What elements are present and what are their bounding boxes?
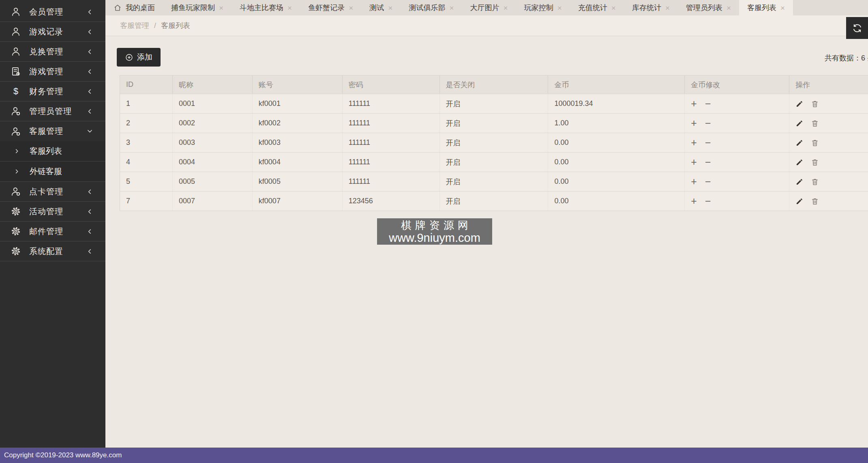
coin-plus-button[interactable]: +: [691, 196, 697, 206]
sidebar-subitem[interactable]: 客服列表: [0, 141, 105, 162]
footer: Copyright ©2019-2023 www.89ye.com: [0, 448, 868, 463]
coin-plus-button[interactable]: +: [691, 138, 697, 148]
admin-user-icon: [11, 186, 21, 197]
cell-password: 123456: [343, 192, 440, 211]
tab[interactable]: 客服列表 ×: [739, 0, 793, 15]
close-icon[interactable]: ×: [219, 4, 223, 12]
sidebar-item[interactable]: 点卡管理: [0, 182, 105, 202]
close-icon[interactable]: ×: [780, 4, 785, 12]
refresh-button[interactable]: [846, 17, 868, 39]
chevron-left-icon: [86, 248, 93, 255]
coin-minus-button[interactable]: −: [705, 157, 711, 167]
coin-minus-button[interactable]: −: [705, 118, 711, 128]
edit-icon[interactable]: [795, 178, 804, 186]
close-icon[interactable]: ×: [449, 4, 454, 12]
close-icon[interactable]: ×: [287, 4, 292, 12]
coin-minus-button[interactable]: −: [705, 138, 711, 148]
cell-id: 2: [120, 114, 173, 133]
cell-status: 开启: [440, 114, 549, 133]
tab[interactable]: 鱼虾蟹记录 ×: [300, 0, 361, 15]
edit-icon[interactable]: [795, 197, 804, 205]
edit-icon[interactable]: [795, 158, 804, 166]
trash-icon[interactable]: [811, 178, 819, 186]
edit-icon[interactable]: [795, 119, 804, 127]
coin-plus-button[interactable]: +: [691, 177, 697, 187]
table-row: 50005kf0005111111开启0.00 + −: [120, 172, 868, 191]
tab[interactable]: 管理员列表 ×: [678, 0, 739, 15]
cell-coin-edit: + −: [685, 133, 789, 152]
column-header: 账号: [253, 75, 343, 94]
sidebar-item[interactable]: 兑换管理: [0, 42, 105, 62]
chevron-right-icon: [14, 148, 20, 154]
close-icon[interactable]: ×: [388, 4, 392, 12]
close-icon[interactable]: ×: [349, 4, 353, 12]
tab-label: 斗地主比赛场: [240, 3, 283, 13]
sidebar-item[interactable]: 会员管理: [0, 2, 105, 22]
sidebar-item[interactable]: 邮件管理: [0, 222, 105, 241]
tab-label: 客服列表: [747, 3, 776, 13]
tab[interactable]: 充值统计 ×: [570, 0, 624, 15]
add-button[interactable]: 添加: [117, 48, 161, 67]
tab[interactable]: 斗地主比赛场 ×: [231, 0, 300, 15]
cell-actions: [789, 172, 868, 191]
sidebar-item[interactable]: 游戏管理: [0, 62, 105, 82]
file-icon: [11, 66, 21, 77]
close-icon[interactable]: ×: [504, 4, 508, 12]
trash-icon[interactable]: [811, 197, 819, 205]
tab-label: 鱼虾蟹记录: [308, 3, 345, 13]
sidebar-item[interactable]: 游戏记录: [0, 22, 105, 42]
tab[interactable]: 捕鱼玩家限制 ×: [163, 0, 231, 15]
tab-label: 大厅图片: [470, 3, 499, 13]
cell-password: 111111: [343, 94, 440, 113]
user-icon: [11, 6, 21, 17]
tab[interactable]: 大厅图片 ×: [462, 0, 516, 15]
coin-minus-button[interactable]: −: [705, 177, 711, 187]
sidebar-subitem[interactable]: 外链客服: [0, 162, 105, 182]
coin-plus-button[interactable]: +: [691, 157, 697, 167]
chevron-left-icon: [86, 188, 93, 195]
sidebar-item[interactable]: $ 财务管理: [0, 82, 105, 101]
chevron-right-icon: [14, 168, 20, 174]
user-icon: [11, 26, 21, 37]
cell-password: 111111: [343, 172, 440, 191]
close-icon[interactable]: ×: [557, 4, 562, 12]
tab-label: 我的桌面: [126, 3, 155, 13]
sidebar-item[interactable]: 管理员管理: [0, 101, 105, 121]
edit-icon[interactable]: [795, 100, 804, 108]
tab[interactable]: 测试俱乐部 ×: [401, 0, 462, 15]
cell-status: 开启: [440, 153, 549, 172]
close-icon[interactable]: ×: [727, 4, 731, 12]
sidebar-item[interactable]: 客服管理: [0, 121, 105, 141]
close-icon[interactable]: ×: [665, 4, 670, 12]
coin-plus-button[interactable]: +: [691, 99, 697, 109]
table-row: 70007kf0007123456开启0.00 + −: [120, 191, 868, 211]
sidebar-item-label: 兑换管理: [29, 46, 63, 57]
edit-icon[interactable]: [795, 139, 804, 147]
column-header: ID: [120, 75, 173, 94]
gear-icon: [11, 226, 21, 237]
sidebar-item[interactable]: 系统配置: [0, 241, 105, 261]
sidebar-item-label: 会员管理: [29, 6, 63, 17]
customer-service-table: ID昵称账号密码是否关闭金币金币修改操作10001kf0001111111开启1…: [120, 75, 868, 211]
trash-icon[interactable]: [811, 158, 819, 166]
coin-plus-button[interactable]: +: [691, 118, 697, 128]
breadcrumb-parent[interactable]: 客服管理: [120, 21, 149, 30]
tab[interactable]: 库存统计 ×: [624, 0, 678, 15]
tab[interactable]: 玩家控制 ×: [516, 0, 570, 15]
trash-icon[interactable]: [811, 119, 819, 127]
cell-coin-edit: + −: [685, 94, 789, 113]
coin-minus-button[interactable]: −: [705, 196, 711, 206]
tab-label: 充值统计: [578, 3, 607, 13]
coin-minus-button[interactable]: −: [705, 99, 711, 109]
tab[interactable]: 我的桌面: [105, 0, 163, 15]
sidebar-item[interactable]: 活动管理: [0, 202, 105, 222]
cell-id: 4: [120, 153, 173, 172]
trash-icon[interactable]: [811, 100, 819, 108]
sidebar-subitem-label: 客服列表: [30, 146, 62, 157]
cell-coin-edit: + −: [685, 172, 789, 191]
admin-user-icon: [11, 126, 21, 137]
close-icon[interactable]: ×: [611, 4, 616, 12]
trash-icon[interactable]: [811, 139, 819, 147]
cell-gold: 0.00: [548, 192, 685, 211]
tab[interactable]: 测试 ×: [361, 0, 401, 15]
